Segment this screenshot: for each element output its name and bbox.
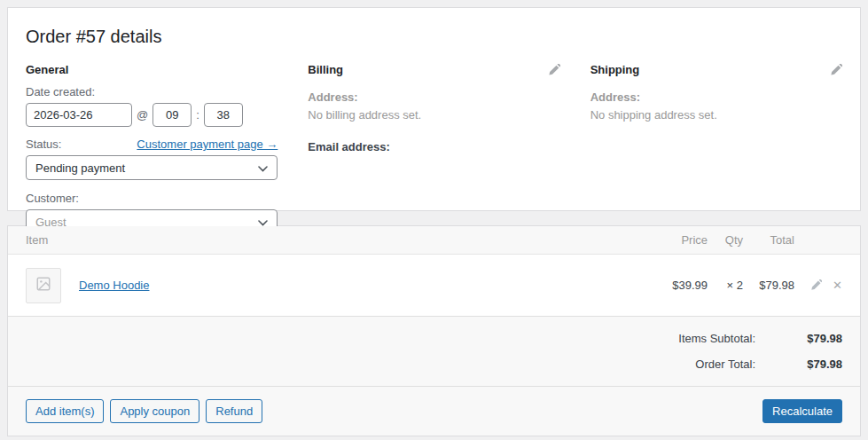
order-totals-section: Items Subtotal: $79.98 Order Total: $79.… xyxy=(8,316,860,386)
billing-address-block: Address: No billing address set. xyxy=(308,89,559,124)
items-table-header: Item Price Qty Total xyxy=(8,226,860,255)
recalculate-button[interactable]: Recalculate xyxy=(762,399,842,423)
general-column: General Date created: @ : Status: Custom… xyxy=(26,59,278,234)
hour-input[interactable] xyxy=(152,103,192,127)
column-header-price: Price xyxy=(628,233,708,247)
date-input[interactable] xyxy=(26,103,132,127)
billing-address-label: Address: xyxy=(308,90,357,104)
shipping-edit-button[interactable] xyxy=(830,64,842,76)
column-header-item: Item xyxy=(26,233,628,247)
order-details-panel: Order #57 details General Date created: … xyxy=(7,7,861,211)
image-placeholder-icon xyxy=(35,276,51,295)
billing-heading: Billing xyxy=(308,63,343,76)
page-title: Order #57 details xyxy=(26,26,842,47)
order-total-label: Order Total: xyxy=(695,358,755,371)
column-header-total: Total xyxy=(743,233,794,247)
items-subtotal-label: Items Subtotal: xyxy=(678,332,755,345)
product-thumbnail xyxy=(26,268,61,303)
shipping-address-value: No shipping address set. xyxy=(590,108,717,122)
items-subtotal-value: $79.98 xyxy=(755,332,842,345)
customer-payment-page-link[interactable]: Customer payment page → xyxy=(137,138,278,151)
general-heading: General xyxy=(26,63,68,76)
order-total-value: $79.98 xyxy=(755,358,842,371)
apply-coupon-button[interactable]: Apply coupon xyxy=(110,399,199,423)
item-delete-icon[interactable]: ✕ xyxy=(833,279,842,291)
time-separator: : xyxy=(196,108,199,122)
items-subtotal-row: Items Subtotal: $79.98 xyxy=(26,326,842,351)
item-qty: × 2 xyxy=(708,279,743,292)
order-items-panel: Item Price Qty Total Demo Hoodie $39.99 … xyxy=(7,225,861,436)
minute-input[interactable] xyxy=(204,103,243,127)
pencil-icon xyxy=(830,66,842,79)
order-status-select[interactable]: Pending payment xyxy=(26,155,278,180)
billing-address-value: No billing address set. xyxy=(308,108,421,122)
billing-edit-button[interactable] xyxy=(548,64,560,76)
order-data-columns: General Date created: @ : Status: Custom… xyxy=(26,59,842,234)
table-row: Demo Hoodie $39.99 × 2 $79.98 ✕ xyxy=(8,255,860,316)
add-items-button[interactable]: Add item(s) xyxy=(26,399,104,423)
product-name-link[interactable]: Demo Hoodie xyxy=(79,279,150,292)
item-total: $79.98 xyxy=(743,279,794,292)
billing-email-label: Email address: xyxy=(308,140,559,153)
pencil-icon xyxy=(548,66,560,79)
at-symbol: @ xyxy=(137,108,148,122)
order-actions-row: Add item(s) Apply coupon Refund Recalcul… xyxy=(8,386,860,436)
pencil-icon xyxy=(810,280,822,294)
shipping-column: Shipping Address: No shipping address se… xyxy=(590,59,842,234)
shipping-heading: Shipping xyxy=(590,63,640,76)
item-price: $39.99 xyxy=(628,279,708,292)
column-header-qty: Qty xyxy=(708,233,743,247)
chevron-down-icon xyxy=(258,161,268,175)
shipping-address-label: Address: xyxy=(590,90,640,104)
billing-column: Billing Address: No billing address set.… xyxy=(308,59,559,234)
date-created-row: @ : xyxy=(26,103,278,127)
item-edit-button[interactable] xyxy=(810,279,822,291)
refund-button[interactable]: Refund xyxy=(206,399,262,423)
shipping-address-block: Address: No shipping address set. xyxy=(590,89,842,124)
customer-label: Customer: xyxy=(26,192,278,205)
order-total-row: Order Total: $79.98 xyxy=(26,351,842,377)
order-status-value: Pending payment xyxy=(35,161,125,175)
date-created-label: Date created: xyxy=(26,85,278,98)
status-label: Status: xyxy=(26,138,61,151)
